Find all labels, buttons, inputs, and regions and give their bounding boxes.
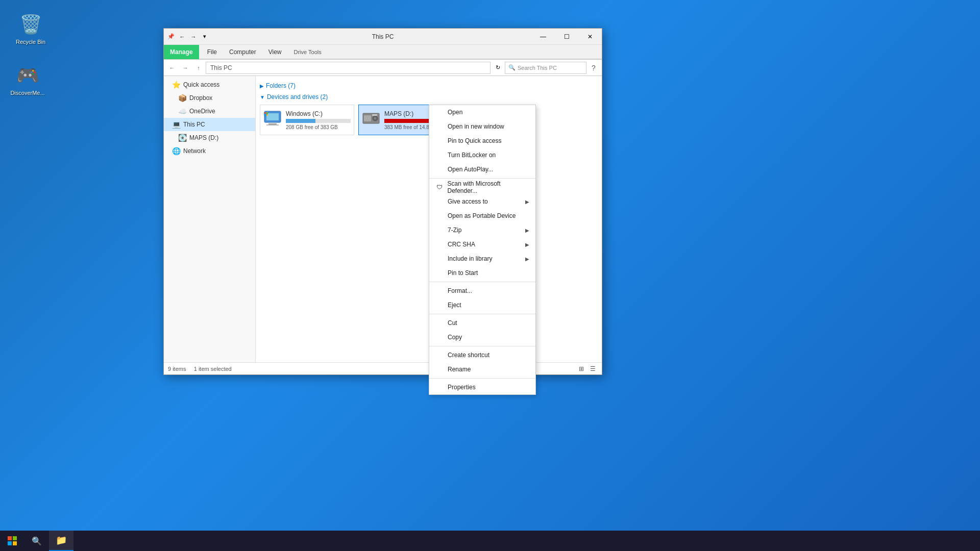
ctx-open-portable[interactable]: Open as Portable Device xyxy=(429,209,535,223)
ctx-rename-icon xyxy=(435,365,444,373)
ctx-give-access-arrow: ▶ xyxy=(525,199,529,205)
ctx-pin-start[interactable]: Pin to Start xyxy=(429,266,535,280)
forward-button[interactable]: → xyxy=(179,62,191,74)
windows-c-name: Windows (C:) xyxy=(286,110,351,117)
ctx-turn-bitlocker[interactable]: Turn BitLocker on xyxy=(429,148,535,162)
ctx-pin-quick-access[interactable]: Pin to Quick access xyxy=(429,134,535,148)
taskbar-explorer-icon: 📁 xyxy=(56,535,67,546)
ctx-rename[interactable]: Rename xyxy=(429,362,535,377)
ctx-copy[interactable]: Copy xyxy=(429,330,535,344)
title-bar-left: 📌 ← → ▾ xyxy=(164,32,212,42)
back-button[interactable]: ← xyxy=(166,62,178,74)
ctx-open[interactable]: Open xyxy=(429,105,535,119)
details-view-button[interactable]: ☰ xyxy=(587,364,598,374)
quick-access-toolbar-down[interactable]: ▾ xyxy=(200,32,210,42)
taskbar-search-button[interactable]: 🔍 xyxy=(24,531,49,551)
minimize-button[interactable]: — xyxy=(531,29,555,45)
drives-section-header[interactable]: ▼ Devices and drives (2) xyxy=(260,93,598,101)
ctx-separator-1 xyxy=(429,178,535,179)
sidebar-item-maps-d[interactable]: 💽 MAPS (D:) xyxy=(164,131,255,144)
search-placeholder: Search This PC xyxy=(518,65,557,71)
dropbox-icon: 📦 xyxy=(178,94,186,102)
ctx-give-access-label: Give access to xyxy=(448,198,488,205)
ctx-format-icon xyxy=(435,287,444,295)
ctx-format[interactable]: Format... xyxy=(429,284,535,298)
taskbar-search-icon: 🔍 xyxy=(32,536,42,546)
ctx-open-autoplay-icon xyxy=(435,165,444,173)
folders-section-header[interactable]: ▶ Folders (7) xyxy=(260,82,598,89)
address-input[interactable]: This PC xyxy=(206,62,491,74)
quick-access-icon: ⭐ xyxy=(172,81,180,89)
drive-item-windows-c[interactable]: Windows (C:) 208 GB free of 383 GB xyxy=(260,105,354,135)
ribbon: Manage File Computer View Drive Tools xyxy=(164,45,602,60)
ctx-create-shortcut[interactable]: Create shortcut xyxy=(429,348,535,362)
maximize-button[interactable]: ☐ xyxy=(555,29,578,45)
ctx-pin-quick-access-label: Pin to Quick access xyxy=(448,137,501,144)
ctx-eject[interactable]: Eject xyxy=(429,298,535,312)
svg-rect-8 xyxy=(268,123,277,124)
tab-drive-tools[interactable]: Drive Tools xyxy=(288,45,328,59)
folders-section-label: Folders (7) xyxy=(266,82,296,89)
sidebar-item-label: Network xyxy=(183,147,206,155)
recycle-bin-desktop-icon[interactable]: 🗑️ Recycle Bin xyxy=(10,10,51,47)
tab-view[interactable]: View xyxy=(262,45,288,59)
ctx-7zip-icon xyxy=(435,226,444,234)
ctx-cut-icon xyxy=(435,319,444,327)
search-box[interactable]: 🔍 Search This PC xyxy=(505,62,586,74)
address-path: This PC xyxy=(210,64,232,71)
ctx-include-library-label: Include in library xyxy=(448,255,492,262)
tab-manage[interactable]: Manage xyxy=(164,45,199,59)
ctx-properties-label: Properties xyxy=(448,384,476,391)
sidebar-item-quick-access[interactable]: ⭐ Quick access xyxy=(164,78,255,91)
ctx-open-icon xyxy=(435,108,444,116)
ctx-crc-sha[interactable]: CRC SHA ▶ xyxy=(429,237,535,252)
ctx-scan-defender-icon: 🛡 xyxy=(435,183,443,191)
ctx-open-portable-icon xyxy=(435,212,444,220)
taskbar-explorer-app[interactable]: 📁 xyxy=(49,531,74,551)
ctx-separator-5 xyxy=(429,378,535,379)
windows-c-bar-container xyxy=(286,119,351,123)
start-button[interactable] xyxy=(0,531,24,551)
tab-computer[interactable]: Computer xyxy=(223,45,262,59)
svg-rect-19 xyxy=(13,541,17,545)
quick-access-toolbar-right[interactable]: → xyxy=(188,32,199,42)
ctx-properties-icon xyxy=(435,383,444,391)
ctx-eject-icon xyxy=(435,301,444,309)
quick-access-toolbar-pin[interactable]: 📌 xyxy=(166,32,176,42)
svg-rect-18 xyxy=(8,541,12,545)
ctx-open-autoplay[interactable]: Open AutoPlay... xyxy=(429,162,535,177)
ctx-crc-sha-arrow: ▶ xyxy=(525,242,529,247)
folders-expand-arrow: ▶ xyxy=(260,83,264,89)
help-button[interactable]: ? xyxy=(587,62,600,74)
sidebar-item-this-pc[interactable]: 💻 This PC xyxy=(164,118,255,131)
ctx-properties[interactable]: Properties xyxy=(429,380,535,394)
ctx-scan-defender[interactable]: 🛡 Scan with Microsoft Defender... xyxy=(429,180,535,194)
up-button[interactable]: ↑ xyxy=(192,62,205,74)
drives-section-label: Devices and drives (2) xyxy=(267,93,328,101)
search-icon: 🔍 xyxy=(508,64,516,71)
tab-file[interactable]: File xyxy=(201,45,223,59)
ctx-open-new-window[interactable]: Open in new window xyxy=(429,119,535,134)
sidebar-item-onedrive[interactable]: ☁️ OneDrive xyxy=(164,105,255,118)
ctx-7zip[interactable]: 7-Zip ▶ xyxy=(429,223,535,237)
ribbon-tabs: Manage File Computer View Drive Tools xyxy=(164,45,602,59)
quick-access-toolbar-left[interactable]: ← xyxy=(177,32,187,42)
refresh-button[interactable]: ↻ xyxy=(492,62,504,74)
explorer-main: ⭐ Quick access 📦 Dropbox ☁️ OneDrive 💻 T… xyxy=(164,76,602,362)
ctx-cut[interactable]: Cut xyxy=(429,316,535,330)
title-bar: 📌 ← → ▾ This PC — ☐ ✕ xyxy=(164,29,602,45)
ctx-pin-start-icon xyxy=(435,269,444,277)
ctx-include-library-icon xyxy=(435,255,444,263)
recycle-bin-label: Recycle Bin xyxy=(16,39,45,45)
discover-me-desktop-icon[interactable]: 🎮 DiscoverMe... xyxy=(7,61,48,98)
navigation-pane: ⭐ Quick access 📦 Dropbox ☁️ OneDrive 💻 T… xyxy=(164,76,256,362)
close-button[interactable]: ✕ xyxy=(578,29,602,45)
sidebar-item-label: Quick access xyxy=(183,81,219,88)
sidebar-item-dropbox[interactable]: 📦 Dropbox xyxy=(164,91,255,105)
sidebar-item-label: MAPS (D:) xyxy=(189,134,218,141)
sidebar-item-network[interactable]: 🌐 Network xyxy=(164,144,255,158)
large-icons-view-button[interactable]: ⊞ xyxy=(576,364,586,374)
ctx-give-access[interactable]: Give access to ▶ xyxy=(429,194,535,209)
ctx-include-library[interactable]: Include in library ▶ xyxy=(429,252,535,266)
windows-c-icon xyxy=(263,109,282,131)
